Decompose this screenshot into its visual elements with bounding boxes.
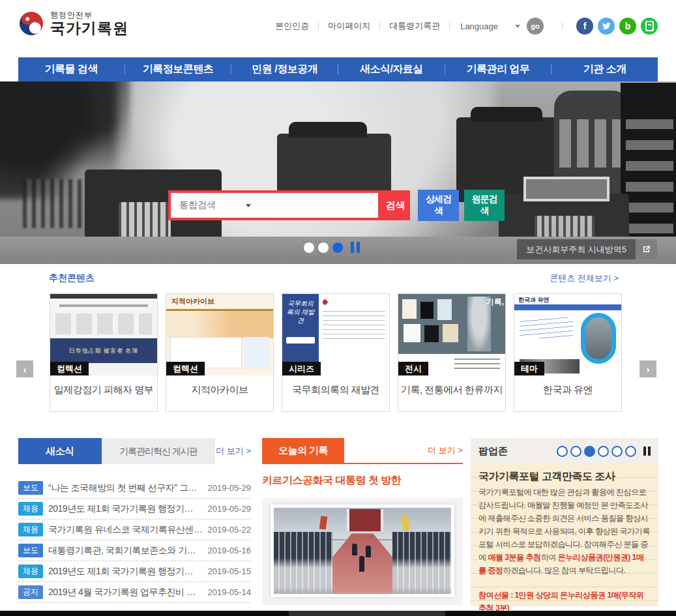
utility-link-mypage[interactable]: 마이페이지 xyxy=(319,20,379,32)
tab-today-record[interactable]: 오늘의 기록 xyxy=(262,438,344,463)
news-date: 2019-05-22 xyxy=(208,525,252,535)
twitter-bird-icon xyxy=(602,22,611,31)
search-input[interactable]: 통합검색 xyxy=(168,190,381,220)
news-row[interactable]: 채용 2019년도 제1회 국가기록원 행정기… 2019-05-29 xyxy=(18,499,251,520)
tab-records-innovation-board[interactable]: 기록관리혁신 게시판 xyxy=(102,438,215,464)
naver-post-icon[interactable] xyxy=(641,18,658,35)
news-date: 2019-05-14 xyxy=(208,587,252,597)
slide-dot-1[interactable] xyxy=(304,242,314,253)
footer-bar xyxy=(0,611,676,616)
external-link-icon[interactable] xyxy=(636,239,657,259)
popup-dot-1[interactable] xyxy=(557,446,568,457)
popup-zone-header: 팝업존 xyxy=(471,438,658,464)
news-row[interactable]: 채용 2019년도 제1회 국가기록원 행정기… 2019-05-15 xyxy=(18,561,251,582)
thumb-label: 한국과 유엔 xyxy=(518,296,550,304)
news-date: 2019-05-29 xyxy=(208,504,252,514)
nav-item-civil-info[interactable]: 민원 /정보공개 xyxy=(231,63,338,76)
slide-dot-2[interactable] xyxy=(318,242,329,253)
carousel-prev-button[interactable]: ‹ xyxy=(16,360,33,377)
news-date: 2019-05-15 xyxy=(208,566,252,576)
today-headline[interactable]: 키르기스공화국 대통령 첫 방한 xyxy=(262,474,463,488)
photo-person xyxy=(366,546,371,557)
today-record-section: 오늘의 기록 더 보기 > 키르기스공화국 대통령 첫 방한 xyxy=(262,438,463,605)
popup-pause-button[interactable] xyxy=(641,447,651,456)
news-more-link[interactable]: 더 보기 > xyxy=(216,438,251,464)
card-badge: 컬렉션 xyxy=(166,362,205,375)
card-cadastral-archive[interactable]: 지적아카이브 컬렉션 지적아카이브 xyxy=(166,293,274,412)
news-row[interactable]: 공지 2019년 4월 국가기록원 업무추진비 … 2019-05-14 xyxy=(18,582,251,603)
hero-caption: 보건사회부주최 시내방역5 xyxy=(517,239,657,259)
nav-item-records-management[interactable]: 기록관리 업무 xyxy=(445,63,551,76)
taegeuk-logo-icon xyxy=(18,10,44,37)
card-cabinet-minutes[interactable]: 국무회의록의 재발견 시리즈 국무회의록의 재발견 xyxy=(282,293,390,412)
thumb-label: 日帝強占期 被害者 名簿 xyxy=(50,338,157,363)
card-korea-and-un[interactable]: 한국과 유엔 테마 한국과 유엔 xyxy=(514,293,622,412)
card-tradition-to-hallyu[interactable]: 기록, 전시 기록, 전통에서 한류까지 xyxy=(398,293,506,412)
header: 행정안전부 국가기록원 본인인증 마이페이지 대통령기록관 Language g… xyxy=(0,0,676,57)
news-badge: 보도 xyxy=(18,481,43,495)
site-logo[interactable]: 행정안전부 국가기록원 xyxy=(18,10,128,37)
hero-caption-text[interactable]: 보건사회부주최 시내방역5 xyxy=(517,239,636,259)
search-button[interactable]: 검색 xyxy=(381,190,410,220)
popup-dot-4[interactable] xyxy=(598,446,609,457)
tab-news[interactable]: 새소식 xyxy=(18,438,102,464)
utility-link-presidential-archives[interactable]: 대통령기록관 xyxy=(380,20,449,32)
language-select[interactable]: Language xyxy=(460,22,520,31)
photo-person xyxy=(359,556,364,572)
news-tabs: 새소식 기록관리혁신 게시판 더 보기 > xyxy=(18,438,251,464)
news-row[interactable]: 채용 국가기록원 유네스코 국제기록유산센… 2019-05-22 xyxy=(18,520,251,540)
survey-heading: 국가기록포털 고객만족도 조사 xyxy=(478,468,651,484)
today-photo[interactable] xyxy=(271,505,454,597)
twitter-icon[interactable] xyxy=(598,18,615,35)
card-title: 일제강점기 피해자 명부 xyxy=(53,384,154,396)
survey-description: 국가기록포털에 대한 많은 관심과 활용에 진심으로 감사드립니다. 매월말 진… xyxy=(478,486,651,577)
photo-person xyxy=(352,544,357,555)
logo-site-name: 국가기록원 xyxy=(50,21,128,36)
detail-search-button[interactable]: 상세검색 xyxy=(418,190,459,221)
card-title: 지적아카이브 xyxy=(169,384,271,396)
slide-dot-3-active[interactable] xyxy=(332,242,343,253)
popup-dot-3-active[interactable] xyxy=(584,446,595,457)
news-section: 새소식 기록관리혁신 게시판 더 보기 > 보도 “나는 조국해방의 첫 번째 … xyxy=(18,438,251,603)
news-title: 2019년 4월 국가기록원 업무추진비 … xyxy=(48,587,203,598)
nav-item-about[interactable]: 기관 소개 xyxy=(551,63,658,76)
thumb-label: 지적아카이브 xyxy=(171,297,214,306)
photo-flag xyxy=(402,514,409,531)
popup-dot-2[interactable] xyxy=(570,446,581,457)
news-title: 대통령기록관, 국회기록보존소와 기록… xyxy=(48,545,203,557)
thumb-label: 기록, xyxy=(486,297,504,308)
popup-dot-6[interactable] xyxy=(625,446,636,457)
language-label: Language xyxy=(460,22,498,31)
news-date: 2019-05-29 xyxy=(208,483,252,493)
news-date: 2019-05-16 xyxy=(208,546,252,555)
search-category-select[interactable]: 통합검색 xyxy=(179,199,216,211)
news-title: 2019년도 제1회 국가기록원 행정기… xyxy=(48,503,203,515)
news-row[interactable]: 보도 “나는 조국해방의 첫 번째 선구자” 그… 2019-05-29 xyxy=(18,478,251,499)
main-navigation: 기록물 검색 기록정보콘텐츠 민원 /정보공개 새소식/자료실 기록관리 업무 … xyxy=(18,57,658,81)
popup-zone-title: 팝업존 xyxy=(478,445,508,458)
today-more-link[interactable]: 더 보기 > xyxy=(428,438,463,463)
popup-dot-5[interactable] xyxy=(611,446,623,457)
card-badge: 시리즈 xyxy=(282,362,321,375)
card-forced-occupation-victims[interactable]: 日帝強占期 被害者 名簿 컬렉션 일제강점기 피해자 명부 xyxy=(50,293,158,412)
nav-item-records-search[interactable]: 기록물 검색 xyxy=(18,63,125,76)
news-badge: 채용 xyxy=(18,502,43,516)
slide-pause-button[interactable] xyxy=(351,242,362,253)
news-row[interactable]: 보도 대통령기록관, 국회기록보존소와 기록… 2019-05-16 xyxy=(18,540,251,561)
nav-item-records-content[interactable]: 기록정보콘텐츠 xyxy=(125,63,231,76)
carousel-next-button[interactable]: › xyxy=(639,360,656,377)
thumb-label: 국무회의록의 재발견 xyxy=(285,299,316,325)
social-icons: f b xyxy=(553,18,658,35)
blog-icon[interactable]: b xyxy=(619,18,636,35)
view-all-contents-link[interactable]: 콘텐츠 전체보기 > xyxy=(550,272,619,284)
hero-slide-dots xyxy=(304,242,362,253)
nav-item-news-resources[interactable]: 새소식/자료실 xyxy=(338,63,445,76)
chevron-down-icon[interactable] xyxy=(246,204,251,207)
today-tabs: 오늘의 기록 더 보기 > xyxy=(262,438,463,464)
fulltext-search-button[interactable]: 원문검색 xyxy=(464,190,505,221)
popup-slide-dots xyxy=(554,446,636,457)
utility-link-identity[interactable]: 본인인증 xyxy=(266,20,318,32)
facebook-icon[interactable]: f xyxy=(576,18,593,35)
news-title: 2019년도 제1회 국가기록원 행정기… xyxy=(48,566,203,578)
language-go-button[interactable]: go xyxy=(527,18,544,35)
